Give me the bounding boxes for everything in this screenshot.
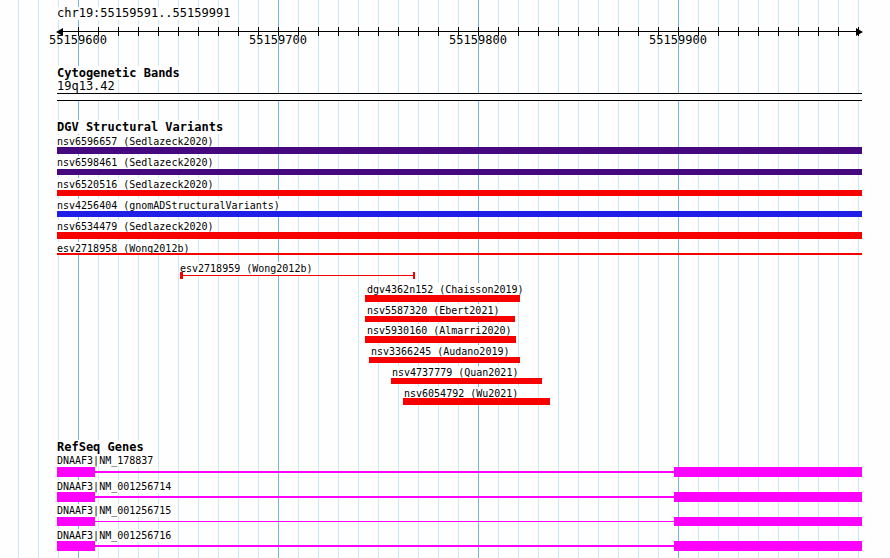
gridline-minor: [178, 0, 179, 558]
gridline-minor: [138, 0, 139, 558]
ruler-tick: [618, 27, 619, 36]
variant-bar[interactable]: [391, 378, 542, 385]
ruler-tick: [378, 27, 379, 36]
genome-browser-view: chr19:55159591..55159991 551596005515970…: [0, 0, 890, 558]
cytogenetic-bands-title: Cytogenetic Bands: [57, 66, 182, 80]
gene-exon-left[interactable]: [57, 517, 95, 527]
gene-exon-right[interactable]: [674, 517, 862, 527]
gridline-minor: [618, 0, 619, 558]
gridline-minor: [518, 0, 519, 558]
gridline-minor: [298, 0, 299, 558]
gridline-minor: [198, 0, 199, 558]
gridline-minor: [578, 0, 579, 558]
gridline-major: [478, 0, 479, 558]
gridline-minor: [238, 0, 239, 558]
ruler-tick: [818, 27, 819, 36]
ruler-tick: [758, 27, 759, 36]
gridline-minor: [638, 0, 639, 558]
ruler-tick: [738, 27, 739, 36]
ruler-tick-label: 55159600: [49, 34, 107, 47]
ruler-tick: [578, 27, 579, 36]
gridline-minor: [38, 0, 39, 558]
gene-label: DNAAF3|NM_178837: [57, 454, 155, 467]
variant-bar[interactable]: [365, 295, 520, 302]
gridline-minor: [258, 0, 259, 558]
gridline-minor: [538, 0, 539, 558]
ruler-tick: [538, 27, 539, 36]
refseq-title: RefSeq Genes: [57, 440, 146, 454]
gene-exon-right[interactable]: [674, 492, 862, 502]
gridline-minor: [658, 0, 659, 558]
variant-bar[interactable]: [57, 232, 862, 239]
variant-end-cap: [413, 272, 416, 280]
ruler-tick: [418, 27, 419, 36]
gene-label: DNAAF3|NM_001256715: [57, 504, 173, 517]
ruler-tick-label: 55159900: [649, 34, 707, 47]
gridline-minor: [18, 0, 19, 558]
variant-bar[interactable]: [403, 398, 550, 405]
gridline-minor: [418, 0, 419, 558]
gene-intron-line: [95, 521, 674, 523]
ruler-tick: [438, 27, 439, 36]
ruler-tick: [198, 27, 199, 36]
gridline-minor: [218, 0, 219, 558]
gene-exon-left[interactable]: [57, 467, 95, 477]
cytoband-name: 19q13.42: [57, 80, 117, 93]
gridline-minor: [498, 0, 499, 558]
variant-bar[interactable]: [369, 357, 520, 364]
ruler-tick: [158, 27, 159, 36]
gene-exon-right[interactable]: [674, 467, 862, 477]
ruler-tick: [398, 27, 399, 36]
ruler-tick: [338, 27, 339, 36]
variant-label: nsv6598461 (Sedlazeck2020): [57, 156, 216, 169]
ruler-tick: [718, 27, 719, 36]
gene-intron-line: [95, 471, 674, 473]
ruler-tick: [638, 27, 639, 36]
variant-bar[interactable]: [57, 190, 862, 197]
ruler-tick: [798, 27, 799, 36]
ruler-tick: [518, 27, 519, 36]
variant-bar[interactable]: [365, 336, 516, 343]
region-label: chr19:55159591..55159991: [57, 7, 230, 20]
variant-bar[interactable]: [57, 147, 862, 154]
dgv-title: DGV Structural Variants: [57, 120, 225, 134]
variant-line[interactable]: [181, 275, 414, 277]
ruler-tick: [238, 27, 239, 36]
ruler-tick-label: 55159800: [449, 34, 507, 47]
gridline-minor: [318, 0, 319, 558]
gridline-minor: [558, 0, 559, 558]
ruler-tick: [838, 27, 839, 36]
ruler-tick: [858, 27, 859, 36]
gene-intron-line: [95, 545, 674, 547]
gridline-minor: [378, 0, 379, 558]
variant-bar[interactable]: [365, 316, 515, 323]
gridline-major: [278, 0, 279, 558]
gene-intron-line: [95, 496, 674, 498]
gridline-minor: [158, 0, 159, 558]
ruler-axis-line: [59, 31, 860, 32]
ruler-tick: [358, 27, 359, 36]
gene-exon-left[interactable]: [57, 492, 95, 502]
ruler-tick: [138, 27, 139, 36]
ruler-tick: [598, 27, 599, 36]
variant-end-cap: [180, 272, 183, 280]
variant-bar[interactable]: [57, 169, 862, 176]
gridline-minor: [118, 0, 119, 558]
variant-line[interactable]: [57, 253, 862, 255]
ruler-tick: [318, 27, 319, 36]
gridline-minor: [338, 0, 339, 558]
ruler-tick-label: 55159700: [249, 34, 307, 47]
gene-exon-left[interactable]: [57, 541, 95, 551]
gridline-minor: [458, 0, 459, 558]
gridline-minor: [358, 0, 359, 558]
gridline-minor: [598, 0, 599, 558]
ruler-tick: [178, 27, 179, 36]
ruler-tick: [118, 27, 119, 36]
gene-exon-right[interactable]: [674, 541, 862, 551]
gridline-minor: [438, 0, 439, 558]
ruler-tick: [558, 27, 559, 36]
variant-bar[interactable]: [57, 211, 862, 218]
ruler-tick: [778, 27, 779, 36]
variant-label: esv2718959 (Wong2012b): [180, 262, 314, 275]
cytoband-box[interactable]: [57, 93, 862, 101]
